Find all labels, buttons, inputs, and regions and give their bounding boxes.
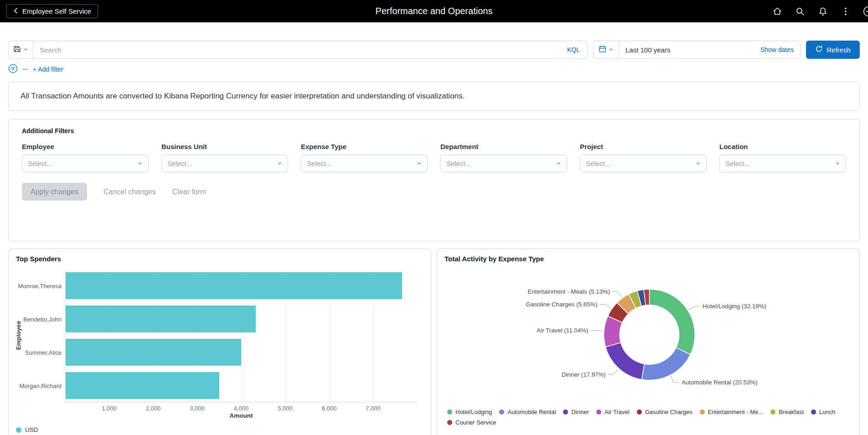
filter-manager-icon[interactable] <box>8 64 18 75</box>
filter-field-location: LocationSelect... <box>719 143 846 172</box>
filter-select-location[interactable]: Select... <box>719 155 846 172</box>
x-tick-label: 4,000 <box>234 405 249 412</box>
add-filter-link[interactable]: + Add filter <box>33 66 63 73</box>
home-icon[interactable] <box>771 5 784 18</box>
filter-select-expense-type[interactable]: Select... <box>301 155 428 172</box>
legend-label: Entertainment - Me... <box>708 409 763 415</box>
donut-legend: Hotel/LodgingAutomobile RentalDinnerAir … <box>444 409 852 426</box>
clear-form-button[interactable]: Clear form <box>172 188 207 196</box>
category-label: Bendetto,John <box>23 316 62 322</box>
kebab-menu-icon[interactable] <box>839 5 852 18</box>
divider <box>22 69 28 70</box>
header-actions <box>771 5 868 18</box>
donut-callout-label: Dinner (17.97%) <box>562 371 606 378</box>
donut-callout-label: Automobile Rental (20.53%) <box>682 379 758 386</box>
saved-query-menu-button[interactable] <box>9 41 33 58</box>
bar-row: Bendetto,John <box>66 302 417 336</box>
kql-toggle[interactable]: KQL <box>567 46 587 53</box>
filter-label-project: Project <box>580 143 707 150</box>
x-axis-ticks: 1,0002,0003,0004,0005,0006,0007,000 <box>65 402 417 412</box>
currency-notice-text: All Transaction Amounts are converted to… <box>21 92 465 100</box>
date-range-value[interactable]: Last 100 years <box>619 46 670 54</box>
filter-select-business-unit[interactable]: Select... <box>161 155 288 172</box>
donut-slice[interactable] <box>641 347 690 380</box>
calendar-button[interactable] <box>594 41 619 58</box>
top-spenders-panel: Top Spenders Employee Monroe,TheresaBend… <box>8 249 431 435</box>
filter-select-project[interactable]: Select... <box>580 155 707 172</box>
search-input[interactable] <box>33 46 567 54</box>
x-tick-label: 5,000 <box>278 405 293 412</box>
legend-label: Lunch <box>819 409 835 415</box>
show-dates-link[interactable]: Show dates <box>760 46 800 53</box>
legend-label: Dinner <box>571 409 589 415</box>
bar-chart: Employee Monroe,TheresaBendetto,JohnSumm… <box>16 269 424 433</box>
legend-item[interactable]: Hotel/Lodging <box>447 409 492 415</box>
cancel-changes-button[interactable]: Cancel changes <box>103 188 156 196</box>
refresh-icon <box>815 45 823 54</box>
select-placeholder: Select... <box>28 160 138 167</box>
donut-callout-label: Hotel/Lodging (32.19%) <box>703 303 766 310</box>
search-group: KQL <box>8 41 588 59</box>
legend-item[interactable]: Courier Service <box>447 419 496 426</box>
legend-label: Gasoline Charges <box>645 409 692 415</box>
x-tick-label: 3,000 <box>190 405 205 412</box>
donut-callout-label: Air Travel (11.04%) <box>537 327 588 334</box>
chevron-down-icon <box>835 160 840 167</box>
legend-item[interactable]: Air Travel <box>596 409 630 415</box>
legend-dot <box>637 409 642 414</box>
apply-changes-button[interactable]: Apply changes <box>22 183 87 201</box>
legend-label: Automobile Rental <box>507 409 556 415</box>
donut-callout-label: Entertainment - Meals (5.13%) <box>528 288 610 295</box>
bar[interactable] <box>66 272 402 299</box>
category-label: Summer,Alice <box>25 349 62 356</box>
legend-item[interactable]: Entertainment - Me... <box>700 409 763 415</box>
search-icon[interactable] <box>794 5 806 18</box>
donut-slice[interactable] <box>649 289 695 354</box>
filter-label-employee: Employee <box>22 143 149 150</box>
donut-slice[interactable] <box>605 342 644 379</box>
legend-dot <box>770 409 775 414</box>
additional-filters-panel: Additional Filters EmployeeSelect...Busi… <box>8 119 860 241</box>
filter-label-department: Department <box>440 143 567 150</box>
legend-label: Air Travel <box>604 409 630 415</box>
filter-field-business-unit: Business UnitSelect... <box>161 143 288 172</box>
legend-label: Hotel/Lodging <box>455 409 492 415</box>
navbar-icon[interactable] <box>862 5 868 18</box>
bar-row: Summer,Alice <box>66 336 417 369</box>
legend-item[interactable]: Dinner <box>563 409 589 415</box>
filter-label-business-unit: Business Unit <box>161 143 288 150</box>
filter-label-location: Location <box>719 143 846 150</box>
legend-item[interactable]: Gasoline Charges <box>637 409 692 415</box>
filter-field-expense-type: Expense TypeSelect... <box>301 143 428 172</box>
select-placeholder: Select... <box>167 160 277 167</box>
currency-notice-panel: All Transaction Amounts are converted to… <box>8 82 860 111</box>
legend-item[interactable]: Breakfast <box>770 409 804 415</box>
category-label: Morgan,Richard <box>20 382 62 389</box>
date-picker-group: Last 100 years Show dates <box>593 41 801 59</box>
legend-dot <box>447 409 452 414</box>
bar-row: Morgan,Richard <box>66 369 417 402</box>
bar[interactable] <box>66 339 241 366</box>
notifications-bell-icon[interactable] <box>816 5 829 18</box>
category-label: Monroe,Theresa <box>18 282 62 289</box>
legend-dot <box>16 427 21 433</box>
top-spenders-title: Top Spenders <box>16 255 424 263</box>
chevron-down-icon <box>696 160 701 167</box>
select-placeholder: Select... <box>586 160 696 167</box>
bar[interactable] <box>66 306 256 332</box>
legend-label: USD <box>25 426 38 433</box>
back-button[interactable]: Employee Self Service <box>6 4 98 18</box>
legend-dot <box>563 409 568 414</box>
filter-field-employee: EmployeeSelect... <box>22 143 149 172</box>
y-axis-title: Employee <box>15 321 22 350</box>
legend-item[interactable]: Lunch <box>811 409 835 415</box>
refresh-button[interactable]: Refresh <box>806 41 860 59</box>
legend-dot <box>700 409 705 414</box>
bar-legend-item[interactable]: USD <box>16 426 424 433</box>
filter-select-employee[interactable]: Select... <box>22 155 149 172</box>
legend-item[interactable]: Automobile Rental <box>499 409 556 415</box>
bar[interactable] <box>66 372 219 399</box>
expense-type-panel: Total Activity by Expense Type Hotel/Lod… <box>437 249 860 435</box>
chevron-down-icon <box>138 160 143 167</box>
filter-select-department[interactable]: Select... <box>440 155 567 172</box>
